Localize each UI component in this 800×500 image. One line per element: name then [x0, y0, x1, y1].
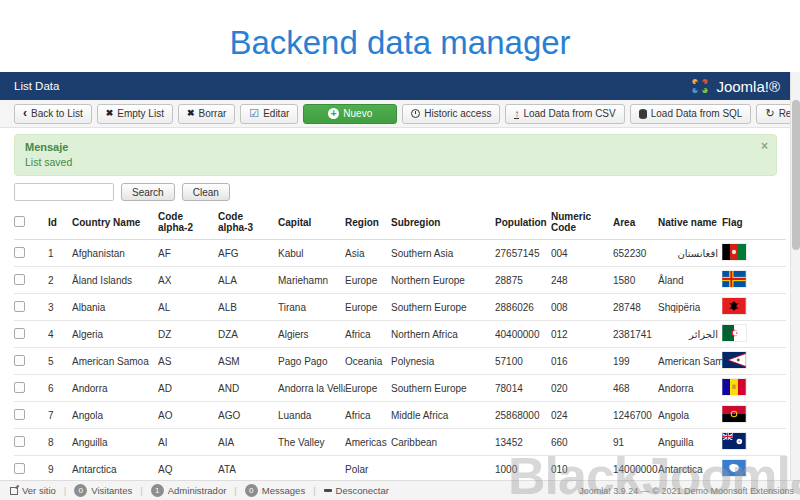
row-checkbox[interactable]: [14, 463, 25, 474]
cell-area: 2381741: [613, 321, 658, 348]
select-all-checkbox[interactable]: [14, 216, 25, 227]
app-header-bar: List Data Joomla!®: [0, 72, 790, 100]
cell-subregion: Middle Africa: [391, 402, 495, 429]
cell-numeric: 010: [551, 456, 613, 483]
alert-message: List saved: [25, 156, 766, 168]
cell-subregion: Northern Europe: [391, 267, 495, 294]
cell-id: 8: [48, 429, 72, 456]
cell-id: 6: [48, 375, 72, 402]
alert-title: Mensaje: [25, 141, 766, 153]
toolbar-button-empty-list[interactable]: ✖Empty List: [97, 104, 173, 124]
flag-ai-image: [722, 433, 746, 449]
clean-button[interactable]: Clean: [182, 183, 230, 201]
joomla-brand: Joomla!®: [690, 77, 780, 95]
cell-capital: [278, 456, 345, 483]
column-header-code-alpha-3: Code alpha-3: [218, 206, 278, 240]
scrollbar-thumb[interactable]: [792, 100, 800, 250]
cell-native: Andorra: [658, 375, 722, 402]
cell-alpha3: ALB: [218, 294, 278, 321]
toolbar-button-load-data-from-sql[interactable]: Load Data from SQL: [630, 104, 752, 124]
cell-area: 14000000: [613, 456, 658, 483]
column-header-code-alpha-2: Code alpha-2: [158, 206, 218, 240]
cell-area: 1246700: [613, 402, 658, 429]
cell-population: 2886026: [495, 294, 551, 321]
vertical-scrollbar[interactable]: [790, 72, 800, 480]
flag-dz-image: [722, 325, 746, 341]
cell-id: 4: [48, 321, 72, 348]
search-input[interactable]: [14, 183, 114, 201]
row-checkbox[interactable]: [14, 409, 25, 420]
toolbar-button-editar[interactable]: ☑Editar: [240, 104, 298, 124]
cell-country: Afghanistan: [72, 240, 158, 267]
search-row: Search Clean: [14, 183, 230, 201]
cell-subregion: Polynesia: [391, 348, 495, 375]
cell-region: Africa: [345, 402, 391, 429]
cell-numeric: 004: [551, 240, 613, 267]
toolbar-button-borrar[interactable]: ✖Borrar: [178, 104, 235, 124]
flag-ao-image: [722, 406, 746, 422]
cell-flag: [722, 375, 786, 402]
cell-alpha3: ALA: [218, 267, 278, 294]
footer-item-visitantes[interactable]: 0Visitantes: [74, 484, 132, 497]
row-select-cell: [14, 294, 48, 321]
cell-flag: [722, 429, 786, 456]
table-row-antarctica: 9AntarcticaAQATAPolar100001014000000Anta…: [14, 456, 786, 483]
footer-item-label: Ver sitio: [22, 485, 56, 496]
row-checkbox[interactable]: [14, 274, 25, 285]
cell-alpha2: AX: [158, 267, 218, 294]
row-select-cell: [14, 348, 48, 375]
cell-alpha3: AFG: [218, 240, 278, 267]
footer-item-label: Desconectar: [336, 485, 389, 496]
flag-aq-image: [722, 460, 746, 476]
toolbar-button-label: Historic access: [424, 108, 491, 119]
toolbar-button-label: Load Data from SQL: [651, 108, 743, 119]
toolbar-button-back-to-list[interactable]: ‹Back to List: [14, 104, 92, 124]
cell-native: Antarctica: [658, 456, 722, 483]
row-select-cell: [14, 240, 48, 267]
toolbar-button-label: Borrar: [198, 108, 226, 119]
row-checkbox[interactable]: [14, 382, 25, 393]
toolbar-button-nuevo[interactable]: +Nuevo: [303, 104, 397, 124]
cell-capital: Tirana: [278, 294, 345, 321]
row-checkbox[interactable]: [14, 301, 25, 312]
toolbar-button-label: Editar: [263, 108, 289, 119]
count-badge: 0: [74, 484, 87, 497]
cell-region: Americas: [345, 429, 391, 456]
toolbar-button-label: Load Data from CSV: [523, 108, 615, 119]
cell-population: 28875: [495, 267, 551, 294]
cell-alpha2: AS: [158, 348, 218, 375]
footer-separator: |: [313, 485, 315, 496]
cell-native: الجزائر: [658, 321, 722, 348]
flag-al-image: [722, 298, 746, 314]
data-table-wrap: IdCountry NameCode alpha-2Code alpha-3Ca…: [14, 206, 786, 500]
app-header-title: List Data: [14, 80, 59, 92]
count-badge: 0: [245, 484, 258, 497]
cell-population: 78014: [495, 375, 551, 402]
toolbar-button-load-data-from-csv[interactable]: ↑Load Data from CSV: [505, 104, 624, 124]
row-checkbox[interactable]: [14, 247, 25, 258]
database-icon: [639, 109, 647, 119]
x-icon: ✖: [106, 109, 114, 118]
footer-item-administrador[interactable]: 1Administrador: [151, 484, 227, 497]
cell-alpha3: ASM: [218, 348, 278, 375]
cell-country: Antarctica: [72, 456, 158, 483]
cell-subregion: Northern Africa: [391, 321, 495, 348]
cell-country: Åland Islands: [72, 267, 158, 294]
header-select-all-cell: [14, 206, 48, 240]
toolbar-button-historic-access[interactable]: Historic access: [402, 104, 500, 124]
cell-country: Algeria: [72, 321, 158, 348]
cell-id: 2: [48, 267, 72, 294]
view-site-icon: [10, 487, 18, 495]
footer-separator: |: [64, 485, 66, 496]
cell-alpha2: DZ: [158, 321, 218, 348]
page: Backend data manager List Data Joomla!® …: [0, 0, 800, 500]
search-button[interactable]: Search: [121, 183, 175, 201]
row-checkbox[interactable]: [14, 328, 25, 339]
cell-native: Åland: [658, 267, 722, 294]
footer-item-ver-sitio[interactable]: Ver sitio: [10, 485, 56, 496]
row-checkbox[interactable]: [14, 355, 25, 366]
row-checkbox[interactable]: [14, 436, 25, 447]
alert-close-icon[interactable]: ×: [761, 139, 768, 153]
footer-item-desconectar[interactable]: Desconectar: [324, 485, 389, 496]
footer-item-messages[interactable]: 0Messages: [245, 484, 305, 497]
